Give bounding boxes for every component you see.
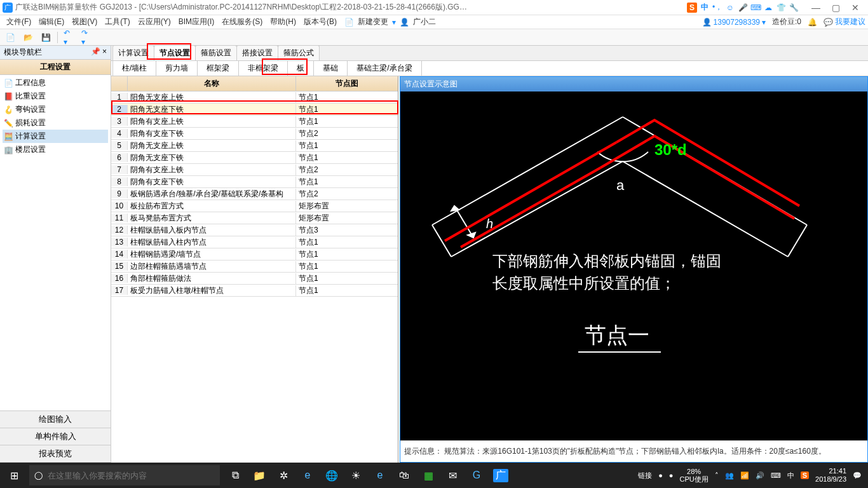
sidebar-item[interactable]: 🏢楼层设置 [3,143,108,156]
tray-sogou-icon[interactable]: S [801,471,809,479]
component-tab[interactable]: 剪力墙 [156,60,198,76]
row-node[interactable]: 节点1 [296,261,398,272]
search-input[interactable] [48,471,215,480]
menu-item[interactable]: 工具(T) [101,16,133,27]
sidebar-mode-button[interactable]: 单构件输入 [0,428,111,445]
row-node[interactable]: 节点1 [296,285,398,296]
menu-item[interactable]: 文件(F) [3,16,35,27]
tray-icon2[interactable]: ● [669,471,674,479]
close-button[interactable]: ✕ [851,3,859,13]
app-g-icon[interactable]: G [469,470,484,481]
table-row[interactable]: 3阳角有支座上铁节点1 [111,116,398,128]
start-button[interactable]: ⊞ [0,463,28,488]
app-green-icon[interactable]: ▦ [421,470,436,482]
component-tab[interactable]: 柱/墙柱 [112,60,156,76]
tray-clock[interactable]: 21:41 2018/9/23 [815,467,846,484]
minimize-button[interactable]: — [811,3,820,13]
table-row[interactable]: 16角部柱帽箍筋做法节点1 [111,273,398,285]
app-ie-icon[interactable]: e [300,470,315,481]
menu-item[interactable]: 在线服务(S) [218,16,266,27]
table-row[interactable]: 7阴角有支座上铁节点2 [111,164,398,176]
row-node[interactable]: 节点1 [296,152,398,163]
new-file-icon[interactable]: 📄 [4,31,17,44]
settings-tab[interactable]: 搭接设置 [236,45,278,60]
table-row[interactable]: 15边部柱帽箍筋遇墙节点节点1 [111,261,398,273]
component-tab[interactable]: 基础主梁/承台梁 [347,60,421,76]
app-sun-icon[interactable]: ☀ [348,470,363,482]
tray-icon1[interactable]: ● [658,471,663,479]
taskview-icon[interactable]: ⧉ [227,470,243,481]
table-row[interactable]: 5阴角无支座上铁节点1 [111,140,398,152]
sidebar-close-icon[interactable]: × [102,47,107,56]
menu-item[interactable]: 编辑(E) [35,16,68,27]
table-row[interactable]: 17板受力筋锚入柱墩/柱帽节点节点1 [111,285,398,297]
settings-tab[interactable]: 节点设置 [154,45,196,60]
row-node[interactable]: 节点1 [296,273,398,284]
component-tab[interactable]: 基础 [313,60,348,76]
app-edge-icon[interactable]: e [372,470,388,481]
row-node[interactable]: 节点1 [296,249,398,260]
component-tab[interactable]: 非框架梁 [238,60,288,76]
table-row[interactable]: 13柱帽纵筋锚入柱内节点节点1 [111,236,398,248]
table-row[interactable]: 14柱帽钢筋遇梁/墙节点节点1 [111,248,398,261]
bell-icon[interactable]: 🔔 [808,18,817,27]
app-store-icon[interactable]: 🛍 [397,470,412,481]
component-tab[interactable]: 框架梁 [197,60,239,76]
tray-keyboard-icon[interactable]: ⌨ [771,471,781,480]
app-fan-icon[interactable]: ✲ [276,470,291,482]
menu-item[interactable]: 视图(V) [68,16,101,27]
sidebar-item[interactable]: 📄工程信息 [3,76,108,90]
pin-icon[interactable]: 📌 [91,47,100,56]
row-node[interactable]: 节点1 [296,177,398,187]
undo-icon[interactable]: ↶ ▾ [63,31,76,44]
sidebar-mode-button[interactable]: 报表预览 [0,445,111,463]
table-row[interactable]: 6阴角无支座下铁节点1 [111,152,398,164]
app-file-icon[interactable]: 📁 [252,470,267,482]
row-node[interactable]: 节点3 [296,225,398,236]
table-row[interactable]: 8阴角有支座下铁节点1 [111,176,398,188]
open-file-icon[interactable]: 📂 [22,31,34,44]
menu-item[interactable]: 帮助(H) [266,16,300,27]
taskbar-search[interactable]: ◯ [29,465,220,485]
table-row[interactable]: 9板钢筋遇承台/独基/承台梁/基础联系梁/条基构节点2 [111,188,398,200]
tray-link[interactable]: 链接 [638,471,652,480]
tray-chevron-icon[interactable]: ˄ [715,471,719,480]
row-node[interactable]: 节点2 [296,165,398,175]
row-node[interactable]: 节点2 [296,128,398,139]
table-row[interactable]: 12柱帽纵筋锚入板内节点节点3 [111,224,398,236]
row-node[interactable]: 矩形布置 [296,201,398,212]
menu-item[interactable]: BIM应用(I) [175,16,219,27]
row-node[interactable]: 节点1 [296,140,398,151]
table-row[interactable]: 10板拉筋布置方式矩形布置 [111,200,398,212]
user-phone[interactable]: 👤13907298339 ▾ [702,18,766,27]
redo-icon[interactable]: ↷ ▾ [81,31,93,44]
settings-tab[interactable]: 箍筋设置 [195,45,237,60]
app-browser2-icon[interactable]: 🌐 [324,470,339,482]
row-node[interactable]: 节点1 [296,116,398,127]
table-row[interactable]: 11板马凳筋布置方式矩形布置 [111,212,398,224]
new-change-menu[interactable]: 新建变更 [354,15,392,29]
menu-item[interactable]: 云应用(Y) [134,16,175,27]
row-node[interactable]: 节点1 [296,104,398,115]
app-glodon-icon[interactable]: 广 [493,469,508,482]
feedback-button[interactable]: 💬我要建议 [824,17,865,27]
sidebar-item[interactable]: 🪝弯钩设置 [3,103,108,116]
sidebar-item[interactable]: ✏️损耗设置 [3,116,108,130]
sidebar-mode-button[interactable]: 绘图输入 [0,410,111,428]
settings-tab[interactable]: 箍筋公式 [278,45,320,60]
row-node[interactable]: 节点2 [296,189,398,200]
app-mail-icon[interactable]: ✉ [445,470,460,482]
menu-item[interactable]: 版本号(B) [300,16,341,27]
row-node[interactable]: 节点1 [296,237,398,248]
tray-people-icon[interactable]: 👥 [725,471,734,480]
tray-ime-zh[interactable]: 中 [787,471,794,480]
settings-tab[interactable]: 计算设置 [112,45,154,60]
row-node[interactable]: 节点1 [296,92,398,103]
save-icon[interactable]: 💾 [39,31,52,44]
table-row[interactable]: 2阳角无支座下铁节点1 [111,104,398,116]
row-node[interactable]: 矩形布置 [296,213,398,224]
tray-volume-icon[interactable]: 🔊 [756,471,764,480]
agent-icon[interactable]: 👤 [400,18,409,27]
sidebar-item[interactable]: 🧮计算设置 [3,130,108,143]
agent-name[interactable]: 广小二 [409,15,440,29]
